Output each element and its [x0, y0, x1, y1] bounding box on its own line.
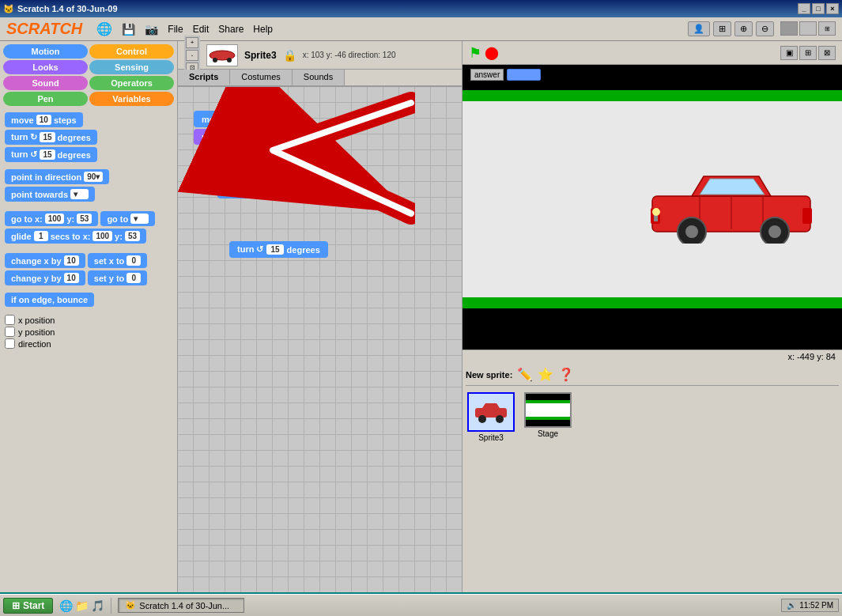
block-goto-xy[interactable]: go to x: 100 y: 53	[5, 211, 98, 226]
taskbar-right: 🔊 11:52 PM	[781, 599, 839, 612]
share-menu[interactable]: Share	[218, 24, 244, 35]
layout-btn-2[interactable]	[799, 21, 817, 36]
category-grid: Motion Control Looks Sensing Sound Opera…	[3, 44, 174, 106]
block-set-y[interactable]: set y to 0	[88, 270, 148, 285]
script-area: + - ⊡ Sprite3 🔒 x: 103 y: -46 direction:…	[178, 41, 463, 592]
script-block-turn-cw[interactable]: turn ↻ 15 degrees	[217, 182, 316, 198]
block-set-x[interactable]: set x to 0	[88, 253, 148, 268]
sprite-item-stage[interactable]: Stage	[523, 391, 573, 444]
tab-sounds[interactable]: Sounds	[293, 70, 345, 85]
category-sensing[interactable]: Sensing	[89, 60, 174, 74]
category-motion[interactable]: Motion	[3, 44, 88, 59]
block-move[interactable]: move 10 steps	[5, 112, 83, 127]
stage-controls: ⚑ ⬤ ▣ ⊞ ⊠	[463, 41, 842, 65]
category-pen[interactable]: Pen	[3, 92, 88, 106]
car-sprite	[636, 164, 826, 244]
layout-btn-1[interactable]	[780, 21, 798, 36]
block-change-y[interactable]: change y by 10	[5, 270, 85, 285]
sprite-info: x: 103 y: -46 direction: 120	[303, 51, 396, 59]
paint-sprite-button[interactable]: ✏️	[517, 367, 533, 382]
script-block-turn-ccw[interactable]: turn ↺ 15 degrees	[229, 241, 328, 258]
answer-label: answer	[470, 69, 504, 81]
block-point-direction[interactable]: point in direction 90▾	[5, 169, 109, 184]
script-canvas[interactable]: move 10 steps next costume turn ↻ 15 deg…	[178, 87, 462, 592]
block-change-x[interactable]: change x by 10	[5, 253, 85, 268]
zoom-in-nav[interactable]: +	[186, 37, 198, 48]
taskbar-app-scratch[interactable]: 🐱 Scratch 1.4 of 30-Jun...	[118, 598, 244, 613]
stage-label: Stage	[538, 429, 558, 438]
sprite-thumbnail	[206, 44, 238, 66]
sprite-panel: New sprite: ✏️ ⭐ ❓ Sprite3	[463, 364, 842, 592]
close-button[interactable]: ×	[826, 3, 839, 14]
palette: Motion Control Looks Sensing Sound Opera…	[0, 41, 178, 592]
category-looks[interactable]: Looks	[3, 60, 88, 74]
stage-green-bottom	[463, 297, 842, 308]
category-control[interactable]: Control	[89, 44, 174, 59]
person-icon[interactable]: 👤	[688, 21, 710, 36]
random-sprite-button[interactable]: ⭐	[538, 367, 553, 382]
svg-point-19	[496, 415, 504, 423]
maximize-button[interactable]: □	[812, 3, 825, 14]
lock-icon[interactable]: 🔒	[283, 49, 296, 62]
taskbar-ie-icon[interactable]: 🌐	[59, 599, 73, 612]
answer-display: answer	[470, 69, 541, 81]
script-block-next-costume[interactable]: next costume	[194, 129, 266, 145]
stage-canvas: answer	[463, 65, 842, 350]
category-variables[interactable]: Variables	[89, 92, 174, 106]
stage-thumbnail	[524, 392, 572, 428]
taskbar-media-icon[interactable]: 🎵	[91, 599, 104, 612]
taskbar-divider	[111, 598, 111, 614]
block-goto[interactable]: go to ▾	[100, 211, 155, 226]
zoom-in-button[interactable]: ⊕	[734, 21, 753, 36]
stage-layout-btn-1[interactable]: ▣	[780, 46, 798, 60]
category-operators[interactable]: Operators	[89, 76, 174, 90]
file-menu[interactable]: File	[168, 24, 183, 35]
sprite-header: + - ⊡ Sprite3 🔒 x: 103 y: -46 direction:…	[178, 41, 462, 70]
tab-scripts[interactable]: Scripts	[178, 70, 230, 85]
layout-btn-3[interactable]: ⊞	[818, 21, 836, 36]
start-button[interactable]: ⊞ Start	[3, 598, 53, 614]
script-group-2: turn ↻ 15 degrees	[217, 182, 316, 198]
windows-icon: ⊞	[12, 600, 20, 611]
svg-point-18	[478, 415, 486, 423]
svg-point-16	[652, 208, 660, 216]
globe-icon[interactable]: 🌐	[96, 21, 112, 36]
category-sound[interactable]: Sound	[3, 76, 88, 90]
block-turn-cw[interactable]: turn ↻ 15 degrees	[5, 130, 97, 145]
window-title: Scratch 1.4 of 30-Jun-09	[17, 4, 118, 13]
clock: 11:52 PM	[799, 601, 833, 610]
block-point-towards[interactable]: point towards ▾	[5, 187, 95, 202]
green-flag-button[interactable]: ⚑	[469, 44, 481, 62]
photo-icon[interactable]: 📷	[145, 23, 158, 36]
help-menu[interactable]: Help	[253, 24, 273, 35]
stage-layout-btn-2[interactable]: ⊞	[799, 46, 817, 60]
svg-point-13	[685, 225, 698, 238]
sprite-grid: Sprite3 Stage	[466, 391, 839, 444]
taskbar-quick-launch: 🌐 📁 🎵	[59, 599, 104, 612]
zoom-out-button[interactable]: ⊖	[756, 21, 774, 36]
save-icon[interactable]: 💾	[122, 23, 135, 36]
stage-area: ⚑ ⬤ ▣ ⊞ ⊠ answer	[463, 41, 842, 592]
stage-thumb-white	[526, 403, 570, 417]
zoom-out-nav[interactable]: -	[186, 50, 198, 61]
menu-bar: SCRATCH 🌐 💾 📷 File Edit Share Help 👤 ⊞ ⊕…	[0, 17, 842, 41]
block-glide[interactable]: glide 1 secs to x: 100 y: 53	[5, 229, 146, 244]
taskbar-folder-icon[interactable]: 📁	[75, 599, 89, 612]
taskbar: ⊞ Start 🌐 📁 🎵 🐱 Scratch 1.4 of 30-Jun...…	[0, 594, 842, 616]
system-tray: 🔊 11:52 PM	[781, 599, 839, 612]
edit-menu[interactable]: Edit	[193, 24, 210, 35]
stage-layout-btn-3[interactable]: ⊠	[818, 46, 836, 60]
sprite-item-sprite3[interactable]: Sprite3	[466, 391, 516, 444]
script-block-move[interactable]: move 10 steps	[194, 111, 278, 127]
block-turn-ccw[interactable]: turn ↺ 15 degrees	[5, 147, 97, 162]
help-sprite-button[interactable]: ❓	[558, 367, 574, 382]
red-stop-button[interactable]: ⬤	[485, 45, 499, 60]
stage-thumb-black-top	[526, 394, 570, 400]
minimize-button[interactable]: _	[798, 3, 810, 14]
zoom-fit-button[interactable]: ⊞	[713, 21, 731, 36]
script-group-3: turn ↺ 15 degrees	[229, 241, 328, 258]
tab-costumes[interactable]: Costumes	[230, 70, 293, 85]
checkbox-y-position: y position	[5, 326, 172, 338]
block-edge-bounce[interactable]: if on edge, bounce	[5, 293, 94, 307]
tab-bar: Scripts Costumes Sounds	[178, 70, 462, 87]
